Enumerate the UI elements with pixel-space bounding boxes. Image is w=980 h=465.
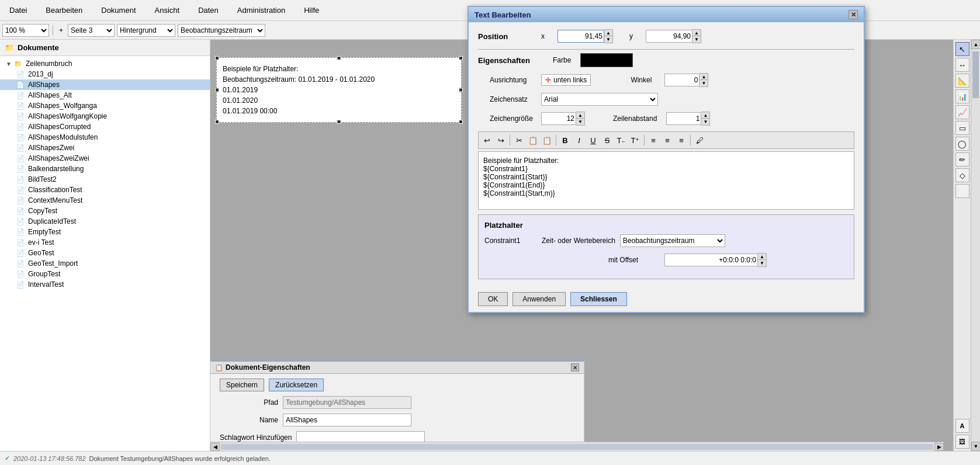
- vertical-scrollbar[interactable]: ▲ ▼: [971, 40, 980, 451]
- bold-button[interactable]: B: [559, 134, 572, 147]
- schliessen-button[interactable]: Schliessen: [570, 292, 627, 306]
- x-spin-up[interactable]: ▲: [604, 30, 612, 36]
- scroll-left-arrow[interactable]: ◀: [210, 443, 220, 451]
- align-left-button[interactable]: ≡: [647, 134, 660, 147]
- cut-button[interactable]: ✂: [512, 134, 525, 147]
- menu-dokument[interactable]: Dokument: [96, 4, 140, 17]
- edit-button[interactable]: 🖊: [693, 134, 706, 147]
- sidebar-item-emptytest[interactable]: 📄 EmptyTest: [0, 227, 210, 237]
- scroll-down-arrow[interactable]: ▼: [971, 442, 980, 451]
- zeilenabstand-spin-buttons[interactable]: ▲ ▼: [701, 112, 710, 126]
- undo-button[interactable]: ↩: [480, 134, 493, 147]
- menu-administration[interactable]: Administration: [233, 4, 290, 17]
- sidebar-item-geotest-import[interactable]: 📄 GeoTest_Import: [0, 258, 210, 269]
- paste-button[interactable]: 📋: [541, 134, 553, 147]
- modal-close-button[interactable]: ✕: [849, 10, 858, 19]
- zeilenabstand-input[interactable]: [666, 112, 701, 125]
- tool-pen[interactable]: ✏: [955, 152, 969, 166]
- text-editor-content[interactable]: Beispiele für Platzhalter: ${Constraint1…: [478, 151, 854, 210]
- scroll-thumb-v[interactable]: [972, 51, 979, 98]
- sidebar-item-allshapes-alt[interactable]: 📄 AllShapes_Alt: [0, 90, 210, 100]
- handle-br[interactable]: [459, 120, 463, 124]
- handle-bl[interactable]: [215, 120, 219, 124]
- x-input[interactable]: [557, 30, 604, 43]
- sidebar-item-grouptest[interactable]: 📄 GroupTest: [0, 269, 210, 279]
- menu-ansicht[interactable]: Ansicht: [150, 4, 185, 17]
- anwenden-button[interactable]: Anwenden: [512, 292, 566, 306]
- y-input[interactable]: [646, 30, 692, 43]
- handle-bm[interactable]: [337, 120, 341, 124]
- scroll-up-arrow[interactable]: ▲: [971, 40, 980, 49]
- tool-line-chart[interactable]: 📈: [955, 105, 969, 119]
- winkel-spin-buttons[interactable]: ▲ ▼: [699, 73, 708, 87]
- tool-code[interactable]: [955, 184, 969, 198]
- sidebar-item-intervaltest[interactable]: 📄 IntervalTest: [0, 279, 210, 290]
- menu-bearbeiten[interactable]: Bearbeiten: [41, 4, 87, 17]
- constraint-select[interactable]: Beobachtungszeitraum: [178, 24, 265, 37]
- align-right-button[interactable]: ≡: [675, 134, 688, 147]
- handle-tl[interactable]: [215, 56, 219, 60]
- sub-panel-name-input[interactable]: [283, 414, 411, 426]
- zeilenabstand-spin-up[interactable]: ▲: [701, 112, 709, 119]
- handle-tm[interactable]: [337, 56, 341, 60]
- sidebar-item-bildtest2[interactable]: 📄 BildTest2: [0, 174, 210, 185]
- superscript-button[interactable]: T⁺: [629, 134, 642, 147]
- sidebar-item-allshapes-modulstufen[interactable]: 📄 AllShapesModulstufen: [0, 132, 210, 143]
- zeichensatz-select[interactable]: Arial: [541, 93, 658, 106]
- layer-select[interactable]: Hintergrund: [117, 24, 175, 37]
- y-spin-down[interactable]: ▼: [692, 36, 701, 43]
- offset-spin-up[interactable]: ▲: [758, 254, 766, 260]
- sidebar-item-contextmenutest[interactable]: 📄 ContextMenuTest: [0, 195, 210, 206]
- zoom-select[interactable]: 100 %: [2, 24, 49, 37]
- sidebar-item-evi-test[interactable]: 📄 ev-i Test: [0, 237, 210, 248]
- scroll-right-arrow[interactable]: ▶: [934, 443, 944, 451]
- handle-lm[interactable]: [215, 88, 219, 92]
- zeichengroesse-spin-down[interactable]: ▼: [576, 119, 584, 125]
- menu-datei[interactable]: Datei: [5, 4, 32, 17]
- menu-hilfe[interactable]: Hilfe: [299, 4, 324, 17]
- sidebar-item-2013dj[interactable]: 📄 2013_dj: [0, 69, 210, 79]
- menu-daten[interactable]: Daten: [193, 4, 223, 17]
- sidebar-item-allshapes[interactable]: 📄 AllShapes: [0, 79, 210, 90]
- scroll-track[interactable]: [971, 49, 980, 442]
- copy-button[interactable]: 📋: [527, 134, 539, 147]
- tool-diamond[interactable]: ◇: [955, 168, 969, 182]
- tool-measure[interactable]: 📐: [955, 74, 969, 88]
- redo-button[interactable]: ↪: [494, 134, 507, 147]
- sidebar-item-duplicateidtest[interactable]: 📄 DuplicateIdTest: [0, 216, 210, 227]
- sidebar-item-allshapes-zwei[interactable]: 📄 AllShapesZwei: [0, 143, 210, 153]
- x-spin-down[interactable]: ▼: [604, 36, 612, 43]
- tool-ellipse[interactable]: ◯: [955, 137, 969, 151]
- handle-tr[interactable]: [459, 56, 463, 60]
- sub-panel-save-button[interactable]: Speichern: [220, 379, 264, 391]
- winkel-spin-up[interactable]: ▲: [699, 74, 708, 80]
- farbe-swatch[interactable]: [580, 53, 633, 67]
- tool-text[interactable]: A: [955, 419, 969, 433]
- zeichengroesse-spin-up[interactable]: ▲: [576, 112, 584, 119]
- tool-bar-chart[interactable]: 📊: [955, 89, 969, 103]
- handle-rm[interactable]: [459, 88, 463, 92]
- offset-spin-buttons[interactable]: ▲ ▼: [758, 253, 767, 267]
- underline-button[interactable]: U: [587, 134, 600, 147]
- x-spin-buttons[interactable]: ▲ ▼: [604, 29, 613, 43]
- page-select[interactable]: Seite 3: [68, 24, 115, 37]
- sidebar-item-classificationtest[interactable]: 📄 ClassificationTest: [0, 185, 210, 195]
- sidebar-item-allshapes-wolfgangkopie[interactable]: 📄 AllShapesWolfgangKopie: [0, 111, 210, 122]
- sub-panel-close-button[interactable]: ✕: [571, 363, 579, 372]
- offset-spin-down[interactable]: ▼: [758, 260, 766, 266]
- zeilenabstand-spin-down[interactable]: ▼: [701, 119, 709, 125]
- scroll-thumb-h[interactable]: [221, 444, 933, 450]
- sidebar-item-zeilenumbruch[interactable]: ▼ 📁 Zeilenumbruch: [0, 58, 210, 69]
- subscript-button[interactable]: T₋: [615, 134, 628, 147]
- sub-panel-reset-button[interactable]: Zurücksetzen: [269, 379, 324, 391]
- strikethrough-button[interactable]: S: [601, 134, 614, 147]
- sidebar-item-allshapes-wolfganga[interactable]: 📄 AllShapes_Wolfganga: [0, 100, 210, 111]
- align-center-button[interactable]: ≡: [661, 134, 674, 147]
- tool-select[interactable]: ↖: [955, 42, 969, 56]
- tool-image[interactable]: 🖼: [955, 435, 969, 449]
- sub-panel-path-input[interactable]: [283, 396, 411, 409]
- sidebar-item-balkendarstellung[interactable]: 📄 Balkendarstellung: [0, 164, 210, 174]
- horizontal-scrollbar[interactable]: ◀ ▶: [210, 442, 944, 451]
- winkel-spin-down[interactable]: ▼: [699, 80, 708, 86]
- tool-move[interactable]: ↔: [955, 58, 969, 72]
